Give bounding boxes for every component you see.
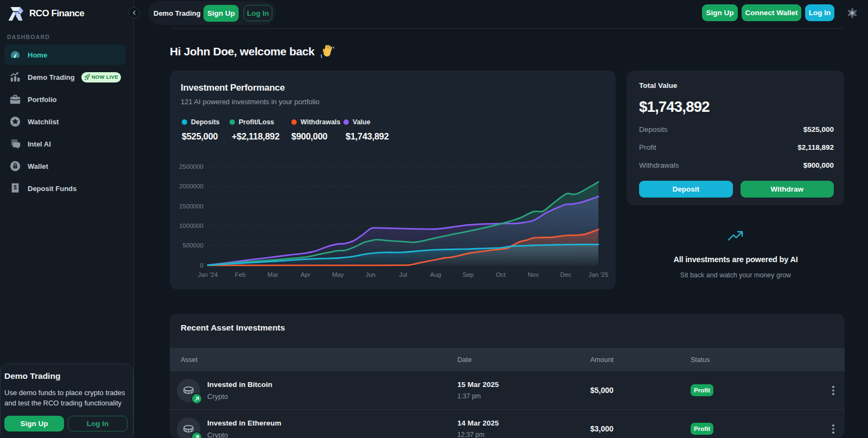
svg-text:Jan '24: Jan '24 [198,271,218,278]
svg-text:2000000: 2000000 [179,183,203,189]
svg-text:1500000: 1500000 [179,203,203,210]
svg-text:Nov: Nov [528,271,539,278]
svg-text:May: May [332,271,344,278]
svg-text:Apr: Apr [301,271,310,278]
svg-text:Jan '25: Jan '25 [589,271,609,278]
svg-text:Dec: Dec [560,271,572,278]
svg-text:Sep: Sep [463,271,474,278]
svg-text:500000: 500000 [183,242,203,249]
svg-text:Aug: Aug [430,271,441,278]
svg-text:$: $ [14,185,17,191]
svg-text:0: 0 [200,262,203,269]
svg-text:1000000: 1000000 [179,223,203,229]
svg-text:Oct: Oct [496,271,506,278]
svg-text:Jun: Jun [366,271,376,278]
svg-text:Jul: Jul [399,271,407,278]
svg-text:2500000: 2500000 [179,163,203,170]
svg-text:Mar: Mar [267,271,278,278]
svg-text:Feb: Feb [235,271,246,278]
